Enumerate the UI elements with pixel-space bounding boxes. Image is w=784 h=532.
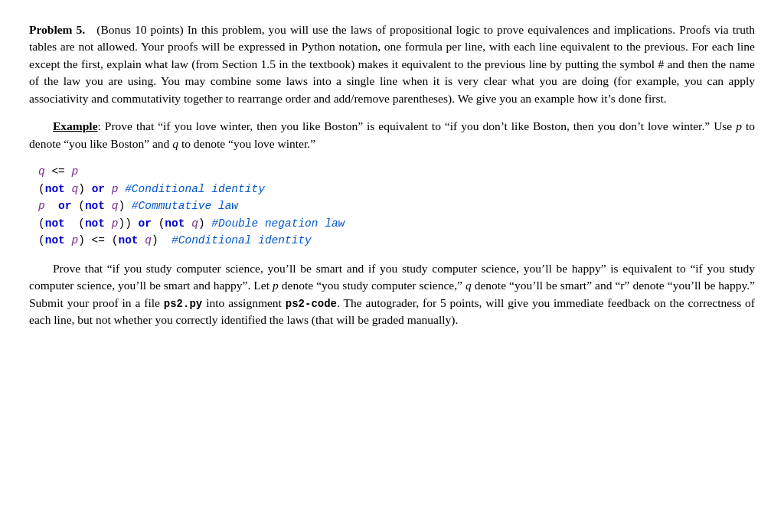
prove-text4: into assignment	[202, 296, 286, 309]
code-or3: or	[58, 200, 71, 212]
code-q4: q	[191, 217, 198, 230]
code-line-5: (not p) <= (not q) #Conditional identity	[38, 232, 755, 249]
code-sp4d	[152, 217, 158, 230]
prove-text2: denote “you study computer science,”	[279, 279, 466, 292]
problem-header: Problem 5.	[29, 23, 85, 36]
code-comment2: #Conditional identity	[118, 183, 264, 195]
code-or4: or	[139, 217, 152, 230]
code-comment4: #Double negation law	[205, 217, 345, 230]
problem-container: Problem 5. (Bonus 10 points) In this pro…	[29, 21, 755, 329]
code-line-1: q <= p	[38, 163, 755, 180]
code-line-3: p or (not q) #Commutative law	[38, 197, 755, 214]
code-p3: p	[38, 200, 45, 212]
code-not3: not	[85, 200, 105, 212]
bonus-text: (Bonus 10 points)	[96, 23, 183, 36]
code-not4b: not	[85, 217, 105, 230]
code-sp4b	[105, 217, 112, 230]
code-paren5d: )	[152, 234, 158, 246]
code-comment5: #Conditional identity	[158, 234, 312, 246]
code-paren3b: )	[118, 200, 125, 212]
prove-q-var: q	[466, 279, 472, 292]
bonus-label	[89, 23, 96, 36]
code-sp2a	[65, 183, 72, 195]
code-paren4c: ))	[118, 217, 131, 230]
example-paragraph: Example: Prove that “if you love winter,…	[29, 118, 755, 152]
code-sp4e	[185, 217, 191, 230]
code-paren5b: )	[78, 234, 85, 246]
code-sp3c	[105, 200, 112, 212]
code-not5b: not	[118, 234, 138, 246]
code-paren2b: )	[78, 183, 85, 195]
code-paren5a: (	[38, 234, 45, 246]
code-or2	[85, 183, 92, 195]
prove-paragraph: Prove that “if you study computer scienc…	[29, 260, 755, 329]
code-op1: <=	[45, 165, 72, 178]
code-q5: q	[145, 234, 152, 246]
code-p1: p	[72, 165, 79, 178]
example-q-var: q	[172, 137, 178, 150]
example-end-text: to denote “you love winter.”	[178, 137, 315, 150]
code-line-2: (not q) or p #Conditional identity	[38, 181, 755, 197]
code-sp5a	[65, 234, 72, 246]
problem-intro-paragraph: Problem 5. (Bonus 10 points) In this pro…	[29, 21, 755, 107]
prove-code1: ps2.py	[164, 298, 202, 310]
code-paren3a: (	[78, 200, 85, 212]
prove-code2: ps2-code	[286, 298, 337, 310]
code-op5: <=	[85, 234, 112, 246]
code-line-4: (not (not p)) or (not q) #Double negatio…	[38, 215, 755, 232]
code-p2	[105, 183, 112, 195]
code-paren4e: )	[198, 217, 205, 230]
code-paren4a: (	[38, 217, 45, 230]
code-q2: q	[72, 183, 79, 195]
code-paren4b: (	[78, 217, 85, 230]
code-block: q <= p (not q) or p #Conditional identit…	[29, 163, 755, 249]
code-sp3b	[72, 200, 79, 212]
code-or2kw: or	[92, 183, 105, 195]
prove-p-var: p	[273, 279, 279, 292]
example-label: Example	[53, 119, 98, 132]
code-sp4c	[132, 217, 139, 230]
code-sp3	[45, 200, 58, 212]
example-p-var: p	[736, 119, 742, 132]
code-sp5b	[139, 234, 145, 246]
example-text: : Prove that “if you love winter, then y…	[98, 119, 737, 132]
code-sp4a	[65, 217, 78, 230]
code-not5a: not	[45, 234, 65, 246]
code-not4a: not	[45, 217, 65, 230]
code-not2a: not	[45, 183, 65, 195]
code-comment3: #Commutative law	[125, 200, 238, 212]
code-q1: q	[38, 165, 45, 178]
code-not4c: not	[165, 217, 185, 230]
code-p5: p	[72, 234, 79, 246]
code-paren2a: (	[38, 183, 45, 195]
